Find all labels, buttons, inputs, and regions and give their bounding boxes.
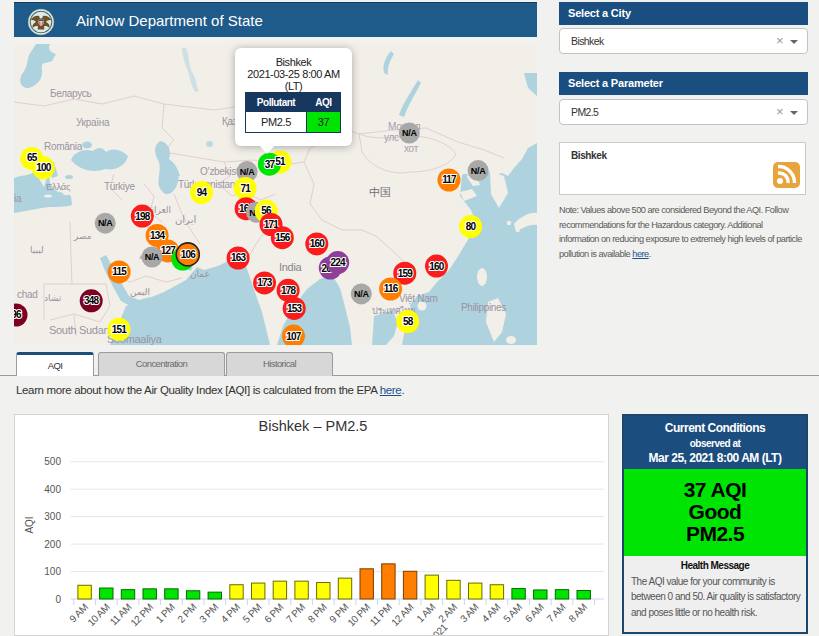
svg-text:178: 178 [281, 285, 297, 296]
svg-text:2 PM: 2 PM [175, 602, 198, 625]
svg-text:5 PM: 5 PM [240, 602, 263, 625]
svg-text:N/A: N/A [354, 289, 369, 299]
svg-text:6 AM: 6 AM [523, 602, 546, 625]
svg-text:7 PM: 7 PM [284, 602, 307, 625]
svg-text:8 AM: 8 AM [566, 602, 589, 625]
svg-text:348: 348 [84, 295, 100, 306]
svg-text:100: 100 [36, 162, 52, 173]
svg-text:2 AM: 2 AM [436, 602, 459, 625]
svg-text:198: 198 [135, 211, 151, 222]
svg-text:N/A: N/A [98, 218, 113, 228]
svg-text:156: 156 [275, 232, 291, 243]
svg-text:10 PM: 10 PM [345, 602, 372, 629]
svg-text:7 AM: 7 AM [545, 602, 568, 625]
svg-text:12 PM: 12 PM [128, 602, 155, 629]
svg-text:中国: 中国 [369, 186, 390, 198]
svg-text:عمان: عمان [190, 269, 210, 279]
svg-text:5 AM: 5 AM [501, 602, 524, 625]
svg-text:România: România [44, 141, 83, 152]
svg-text:51: 51 [275, 156, 286, 167]
svg-text:Україна: Україна [76, 117, 110, 128]
svg-text:134: 134 [150, 230, 166, 241]
svg-text:N/A: N/A [402, 128, 417, 138]
svg-text:1 AM: 1 AM [414, 602, 437, 625]
svg-text:224: 224 [331, 257, 347, 268]
svg-text:اليمن: اليمن [130, 287, 150, 297]
svg-text:مصر: مصر [73, 231, 92, 241]
svg-text:Ελλάς: Ελλάς [46, 181, 71, 192]
svg-text:160: 160 [429, 261, 445, 272]
svg-text:India: India [279, 261, 303, 273]
svg-text:South Sudan: South Sudan [49, 324, 109, 336]
svg-text:Беларусь: Беларусь [50, 88, 91, 99]
svg-text:100: 100 [44, 566, 61, 577]
svg-text:N/A: N/A [471, 166, 486, 176]
svg-text:4 AM: 4 AM [480, 602, 503, 625]
svg-text:151: 151 [112, 324, 128, 335]
svg-text:3 PM: 3 PM [197, 602, 220, 625]
svg-text:AQI: AQI [24, 516, 35, 533]
svg-text:300: 300 [44, 511, 61, 522]
svg-text:chad: chad [17, 289, 38, 300]
svg-text:500: 500 [44, 456, 61, 467]
svg-text:4 PM: 4 PM [219, 602, 242, 625]
svg-text:8 PM: 8 PM [306, 602, 329, 625]
svg-text:400: 400 [44, 484, 61, 495]
svg-text:1 PM: 1 PM [154, 602, 177, 625]
svg-text:Philippines: Philippines [461, 302, 506, 313]
svg-text:116: 116 [384, 283, 399, 294]
svg-text:173: 173 [257, 277, 273, 288]
svg-text:10 AM: 10 AM [85, 602, 111, 628]
svg-text:2021: 2021 [427, 621, 450, 636]
svg-text:163: 163 [231, 252, 247, 263]
svg-text:159: 159 [398, 268, 414, 279]
svg-text:94: 94 [197, 187, 208, 198]
svg-text:Bishkek – PM2.5: Bishkek – PM2.5 [259, 418, 368, 434]
svg-text:ایران: ایران [175, 214, 196, 225]
svg-text:3 AM: 3 AM [458, 602, 481, 625]
svg-text:106: 106 [181, 249, 197, 260]
svg-text:11 PM: 11 PM [368, 602, 394, 628]
svg-text:200: 200 [44, 539, 61, 550]
svg-text:Việt Nam: Việt Nam [399, 293, 438, 304]
svg-text:تشاد: تشاد [44, 293, 62, 303]
svg-text:115: 115 [112, 266, 127, 277]
svg-text:0: 0 [55, 594, 61, 605]
svg-text:71: 71 [240, 183, 251, 194]
svg-text:ia: ia [14, 193, 22, 204]
svg-text:6 PM: 6 PM [262, 602, 285, 625]
svg-text:58: 58 [403, 316, 414, 327]
svg-text:хот: хот [404, 143, 419, 154]
svg-text:N/A: N/A [145, 252, 160, 262]
svg-text:117: 117 [442, 174, 457, 185]
svg-text:153: 153 [287, 303, 303, 314]
svg-text:Türkiye: Türkiye [104, 181, 135, 192]
svg-text:11 AM: 11 AM [108, 602, 134, 628]
svg-text:80: 80 [466, 221, 477, 232]
svg-text:12 AM: 12 AM [389, 602, 415, 628]
svg-text:160: 160 [310, 238, 326, 249]
svg-text:ليبيا: ليبيا [30, 245, 44, 255]
svg-text:107: 107 [286, 331, 302, 342]
svg-text:N/A: N/A [240, 167, 255, 177]
svg-text:37: 37 [265, 159, 276, 170]
